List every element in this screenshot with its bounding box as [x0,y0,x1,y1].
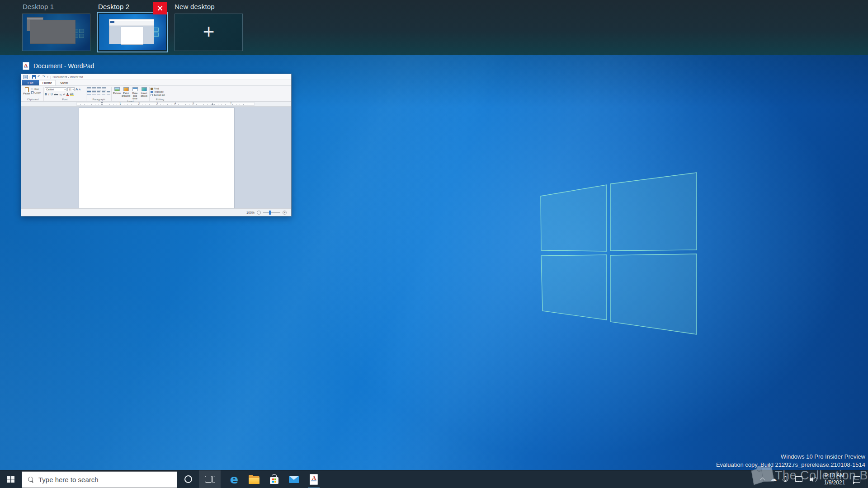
indent-marker-right [211,103,214,105]
scissors-icon: ✂ [31,87,33,90]
taskbar-mail-button[interactable] [284,470,304,488]
select-all-button: Select all [151,94,170,96]
wordpad-window-thumbnail[interactable]: | ↶ ↷ ▾ | Document - WordPad File Home V… [21,74,292,216]
ruler [76,102,255,106]
highlight-button: ab [70,92,74,96]
cut-button: ✂ Cut [31,87,41,90]
object-icon [142,87,147,91]
undo-icon: ↶ [38,75,41,79]
taskbar-edge-button[interactable]: e [224,470,244,488]
speaker-icon [810,476,817,483]
taskbar-store-button[interactable] [264,470,284,488]
tray-onedrive-button[interactable]: ☁ [768,470,779,488]
clock-date: 1/9/2021 [824,479,845,487]
bold-button: B [45,93,47,96]
justify-icon [102,91,105,94]
zoom-in-button: + [283,211,287,215]
ribbon-group-clipboard: Paste ✂ Cut Copy Clipboard [22,87,44,101]
chevron-up-icon [760,477,765,482]
task-view-icon [205,476,212,483]
window-title: Document - WordPad [53,75,83,79]
edge-icon: e [230,473,238,485]
tab-home: Home [39,80,56,85]
picture-icon [114,87,120,91]
zoom-out-button: – [257,211,261,215]
save-icon [32,75,36,79]
windows-logo [0,0,868,488]
tray-network-button[interactable] [791,470,806,488]
desktop2-label[interactable]: Desktop 2 [98,3,129,10]
font-size-combobox: 11▾ [67,87,75,91]
paste-icon [25,87,29,92]
document-area [21,107,291,208]
new-desktop-label[interactable]: New desktop [175,3,215,10]
ruler-number: 5 [193,102,194,105]
taskbar-wordpad-button[interactable]: A [304,470,324,488]
font-color-button: A [66,93,69,96]
wordpad-app-icon: A [23,62,29,70]
wordpad-icon [24,75,28,79]
window-thumbnail-label: A Document - WordPad [23,62,94,70]
wordpad-taskbar-icon: A [310,474,318,485]
subscript-button: x₂ [59,93,61,96]
decrease-indent-icon [87,87,91,90]
dropdown-icon: ▾ [47,75,48,78]
desktop2-thumbnail[interactable] [97,12,168,52]
font-family-combobox: Calibri▾ [45,87,66,91]
document-page [79,108,235,208]
clock-time: 9:18 AM [825,472,844,479]
ruler-number: 2 [138,102,140,105]
task-view-button[interactable] [199,470,221,488]
taskbar-file-explorer-button[interactable] [244,470,264,488]
grow-font-button: A [75,88,78,91]
ribbon-group-font: Calibri▾ 11▾ A A B I U abc x₂ x² A ab Fo… [44,87,86,101]
line-spacing-icon [102,87,106,90]
desktop1-thumbnail[interactable] [22,14,90,51]
desktop1-dim-overlay [23,14,90,51]
paint-icon [123,87,129,91]
find-icon [151,88,153,90]
zoom-slider [263,212,280,213]
find-button: Find [151,87,170,90]
redo-icon: ↷ [42,75,46,79]
cortana-button[interactable] [177,470,199,488]
ribbon-group-paragraph: Paragraph [86,87,112,101]
list-icon [97,87,101,90]
start-button[interactable] [0,470,22,488]
search-input[interactable] [38,476,177,483]
tray-microphone-button[interactable] [779,470,791,488]
ribbon-group-insert: Picture Paint drawing Date and time Inse… [112,87,150,101]
window-title-text: Document - WordPad [33,62,94,70]
ruler-number: 1 [119,102,121,105]
taskbar: e A ☁ 9:18 AM 1/9/2021 [0,470,868,488]
cloud-icon: ☁ [770,476,777,483]
align-right-icon [97,91,101,94]
show-desktop-button[interactable] [865,470,868,488]
paste-button: Paste [23,87,30,95]
tray-volume-button[interactable] [806,470,821,488]
tray-show-hidden-icons-button[interactable] [758,470,768,488]
align-center-icon [92,91,96,94]
ruler-number: 3 [156,102,158,105]
windows-start-icon [7,476,14,483]
system-tray: ☁ 9:18 AM 1/9/2021 [758,470,868,488]
action-center-button[interactable] [849,470,865,488]
action-center-icon [853,476,860,483]
windows-edition-watermark: Windows 10 Pro Insider Preview [781,453,865,460]
copy-button: Copy [31,91,41,94]
select-all-icon [151,94,153,96]
cortana-icon [184,475,192,483]
paint-drawing-button: Paint drawing [122,87,130,100]
insert-picture-button: Picture [113,87,121,100]
zoom-level: 100% [246,211,255,214]
store-icon [270,477,278,484]
desktop1-label[interactable]: Desktop 1 [23,3,54,10]
desktop-wallpaper [0,0,868,488]
zoom-slider-thumb [269,211,271,215]
ruler-number: 7 [230,102,231,105]
tray-clock[interactable]: 9:18 AM 1/9/2021 [821,470,849,488]
new-desktop-tile[interactable]: + [175,14,243,51]
taskbar-search-box[interactable] [22,471,177,488]
tab-view: View [56,80,72,85]
desktop2-close-button[interactable] [153,2,167,14]
